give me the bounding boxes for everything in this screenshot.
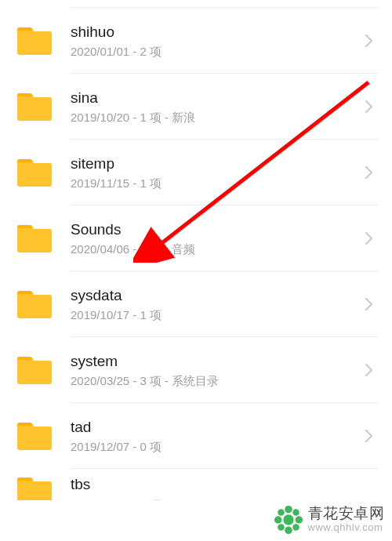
list-item[interactable]: sina 2019/10/20 - 1 项 - 新浪 — [0, 74, 392, 140]
folder-meta: 2020/01/01 - 2 项 — [71, 45, 362, 59]
chevron-right-icon — [362, 231, 376, 245]
folder-icon — [16, 354, 53, 386]
watermark-title: 青花安卓网 — [308, 506, 385, 522]
watermark-text: 青花安卓网 www.qhhlv.com — [308, 506, 385, 533]
text-block: sina 2019/10/20 - 1 项 - 新浪 — [71, 89, 362, 125]
list-item[interactable]: 2019/11/15 - 1 项 — [0, 0, 392, 8]
folder-icon — [16, 157, 53, 188]
list-item[interactable]: shihuo 2020/01/01 - 2 项 — [0, 8, 392, 74]
folder-icon — [16, 289, 53, 320]
text-block: shihuo 2020/01/01 - 2 项 — [71, 23, 362, 60]
folder-meta: 2019/12/07 - 0 项 — [71, 440, 362, 454]
folder-meta: 2019/11/15 - 1 项 — [71, 176, 362, 191]
folder-meta: 2020/04/06 - 4 项 - 音频 — [71, 242, 362, 256]
folder-meta: 2019/10/15 - 1 项 — [71, 498, 376, 500]
text-block: Sounds 2020/04/06 - 4 项 - 音频 — [71, 220, 362, 257]
watermark: 青花安卓网 www.qhhlv.com — [274, 505, 385, 535]
chevron-right-icon — [362, 34, 376, 48]
folder-name: sitemp — [71, 154, 362, 174]
folder-list: 2019/11/15 - 1 项 shihuo 2020/01/01 - 2 项… — [0, 0, 392, 500]
folder-name: tbs — [71, 475, 376, 495]
svg-point-5 — [274, 516, 281, 524]
folder-icon — [16, 223, 53, 254]
folder-meta: 2019/10/17 - 1 项 — [71, 308, 362, 322]
svg-point-10 — [292, 524, 299, 531]
folder-name: Sounds — [71, 220, 362, 240]
folder-name: sysdata — [71, 286, 362, 306]
list-item[interactable]: tbs 2019/10/15 - 1 项 — [0, 469, 392, 500]
watermark-url: www.qhhlv.com — [308, 522, 385, 533]
list-item[interactable]: Sounds 2020/04/06 - 4 项 - 音频 — [0, 205, 392, 271]
folder-name: sina — [71, 89, 362, 108]
folder-name: shihuo — [71, 23, 362, 42]
list-item[interactable]: sysdata 2019/10/17 - 1 项 — [0, 271, 392, 337]
text-block: tad 2019/12/07 - 0 项 — [71, 418, 362, 455]
svg-point-2 — [283, 514, 293, 525]
text-block: sitemp 2019/11/15 - 1 项 — [71, 154, 362, 191]
svg-point-8 — [292, 509, 299, 516]
list-item[interactable]: sitemp 2019/11/15 - 1 项 — [0, 140, 392, 205]
text-block: sysdata 2019/10/17 - 1 项 — [71, 286, 362, 323]
folder-meta: 2020/03/25 - 3 项 - 系统目录 — [71, 374, 362, 388]
text-block: system 2020/03/25 - 3 项 - 系统目录 — [71, 352, 362, 389]
folder-name: tad — [71, 418, 362, 438]
text-block: tbs 2019/10/15 - 1 项 — [71, 475, 376, 500]
list-item[interactable]: system 2020/03/25 - 3 项 - 系统目录 — [0, 337, 392, 403]
list-item[interactable]: tad 2019/12/07 - 0 项 — [0, 403, 392, 469]
folder-icon — [16, 25, 53, 56]
folder-meta: 2019/10/20 - 1 项 - 新浪 — [71, 111, 362, 125]
svg-point-9 — [278, 524, 285, 531]
svg-point-6 — [295, 516, 303, 524]
watermark-logo-icon — [274, 505, 303, 535]
svg-point-4 — [285, 527, 292, 535]
chevron-right-icon — [362, 297, 376, 311]
svg-point-3 — [285, 506, 292, 514]
folder-icon — [16, 91, 53, 122]
chevron-right-icon — [362, 429, 376, 443]
chevron-right-icon — [362, 363, 376, 377]
svg-point-7 — [278, 509, 285, 516]
chevron-right-icon — [362, 100, 376, 114]
folder-icon — [16, 475, 53, 500]
folder-icon — [16, 420, 53, 452]
chevron-right-icon — [362, 165, 376, 180]
folder-name: system — [71, 352, 362, 372]
